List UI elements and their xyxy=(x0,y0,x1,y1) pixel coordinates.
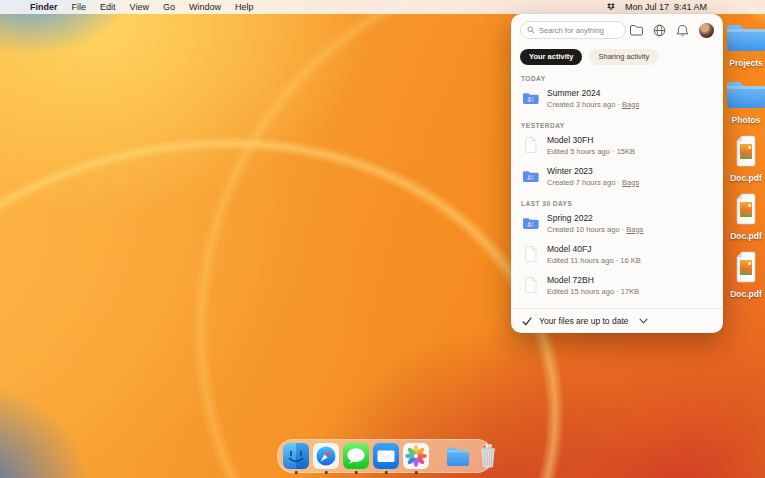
globe-icon[interactable] xyxy=(653,24,666,37)
file-title: Model 72BH xyxy=(547,275,639,285)
running-indicator xyxy=(355,471,358,474)
desktop: Finder File Edit View Go Window Help xyxy=(0,0,765,478)
search-bar[interactable] xyxy=(520,21,626,39)
file-title: Model 30FH xyxy=(547,135,635,145)
file-meta: Created 10 hours ago · Bags xyxy=(547,225,643,234)
sync-status-text: Your files are up to date xyxy=(539,316,628,326)
checkmark-icon xyxy=(522,317,532,326)
file-meta: Created 3 hours ago · Bags xyxy=(547,100,639,109)
dock-trash[interactable] xyxy=(475,443,501,469)
shared-folder-icon xyxy=(521,170,539,183)
meta-text: Created 3 hours ago · xyxy=(547,100,622,109)
meta-text: Edited 11 hours ago · 16 KB xyxy=(547,256,641,265)
section-header-today: TODAY xyxy=(511,67,723,83)
desktop-pdf-2[interactable]: Doc.pdf xyxy=(721,193,765,241)
dock-folder[interactable] xyxy=(445,443,471,469)
file-title: Summer 2024 xyxy=(547,88,639,98)
search-icon xyxy=(527,26,535,34)
menu-go[interactable]: Go xyxy=(163,2,175,12)
desktop-pdf-1[interactable]: Doc.pdf xyxy=(721,135,765,183)
meta-link[interactable]: Bags xyxy=(622,178,639,187)
meta-text: Edited 5 hours ago · 15KB xyxy=(547,147,635,156)
menu-finder[interactable]: Finder xyxy=(30,2,58,12)
menubar-clock[interactable]: Mon Jul 17 9:41 AM xyxy=(625,2,707,12)
meta-text: Edited 15 hours ago · 17KB xyxy=(547,287,639,296)
running-indicator xyxy=(295,471,298,474)
sync-status-bar[interactable]: Your files are up to date xyxy=(511,308,723,333)
section-header-last-30-days: LAST 30 DAYS xyxy=(511,192,723,208)
file-title: Model 40FJ xyxy=(547,244,641,254)
file-meta: Edited 15 hours ago · 17KB xyxy=(547,287,639,296)
desktop-icon-column: Projects Photos xyxy=(721,21,765,299)
pdf-document-icon xyxy=(733,193,759,229)
desktop-pdf-3[interactable]: Doc.pdf xyxy=(721,251,765,299)
menu-view[interactable]: View xyxy=(130,2,149,12)
dock-mail[interactable] xyxy=(373,443,399,469)
menu-file[interactable]: File xyxy=(72,2,87,12)
dropbox-tray-icon[interactable] xyxy=(606,3,616,12)
folder-icon xyxy=(725,21,765,56)
dock xyxy=(277,439,493,473)
file-icon xyxy=(521,137,539,153)
menu-edit[interactable]: Edit xyxy=(100,2,116,12)
dock-safari[interactable] xyxy=(313,443,339,469)
pdf-document-icon xyxy=(733,251,759,287)
pdf-document-icon xyxy=(733,135,759,171)
menubar-time: 9:41 AM xyxy=(674,2,707,12)
bell-icon[interactable] xyxy=(676,24,689,37)
search-input[interactable] xyxy=(539,26,621,35)
desktop-icon-label: Photos xyxy=(732,115,761,125)
running-indicator xyxy=(325,471,328,474)
meta-link[interactable]: Bags xyxy=(626,225,643,234)
activity-row-model-72bh[interactable]: Model 72BH Edited 15 hours ago · 17KB xyxy=(511,270,723,301)
activity-row-model-40fj[interactable]: Model 40FJ Edited 11 hours ago · 16 KB xyxy=(511,239,723,270)
running-indicator xyxy=(385,471,388,474)
desktop-folder-projects[interactable]: Projects xyxy=(721,21,765,68)
dock-photos[interactable] xyxy=(403,443,429,469)
activity-row-winter-2023[interactable]: Winter 2023 Created 7 hours ago · Bags xyxy=(511,161,723,192)
shared-folder-icon xyxy=(521,217,539,230)
file-meta: Edited 11 hours ago · 16 KB xyxy=(547,256,641,265)
chevron-down-icon[interactable] xyxy=(639,318,648,324)
activity-row-summer-2024[interactable]: Summer 2024 Created 3 hours ago · Bags xyxy=(511,83,723,114)
meta-text: Created 7 hours ago · xyxy=(547,178,622,187)
folder-icon[interactable] xyxy=(630,24,643,36)
folder-icon xyxy=(725,78,765,113)
avatar[interactable] xyxy=(699,23,714,38)
file-meta: Created 7 hours ago · Bags xyxy=(547,178,639,187)
section-header-yesterday: YESTERDAY xyxy=(511,114,723,130)
running-indicator xyxy=(415,471,418,474)
dropbox-panel: Your activity Sharing activity TODAY Sum… xyxy=(511,14,723,333)
tab-sharing-activity[interactable]: Sharing activity xyxy=(589,49,658,65)
meta-text: Created 10 hours ago · xyxy=(547,225,626,234)
shared-folder-icon xyxy=(521,92,539,105)
dock-finder[interactable] xyxy=(283,443,309,469)
file-icon xyxy=(521,277,539,293)
file-icon xyxy=(521,246,539,262)
desktop-icon-label: Doc.pdf xyxy=(730,231,762,241)
menu-help[interactable]: Help xyxy=(235,2,254,12)
file-meta: Edited 5 hours ago · 15KB xyxy=(547,147,635,156)
file-title: Spring 2022 xyxy=(547,213,643,223)
menu-window[interactable]: Window xyxy=(189,2,221,12)
menubar-date: Mon Jul 17 xyxy=(625,2,669,12)
file-title: Winter 2023 xyxy=(547,166,639,176)
desktop-folder-photos[interactable]: Photos xyxy=(721,78,765,125)
tab-your-activity[interactable]: Your activity xyxy=(520,49,582,65)
activity-tabs: Your activity Sharing activity xyxy=(511,43,723,67)
desktop-icon-label: Doc.pdf xyxy=(730,173,762,183)
menu-bar: Finder File Edit View Go Window Help xyxy=(0,0,765,14)
meta-link[interactable]: Bags xyxy=(622,100,639,109)
activity-row-model-30fh[interactable]: Model 30FH Edited 5 hours ago · 15KB xyxy=(511,130,723,161)
panel-header xyxy=(511,14,723,43)
dock-messages[interactable] xyxy=(343,443,369,469)
desktop-icon-label: Doc.pdf xyxy=(730,289,762,299)
activity-row-spring-2022[interactable]: Spring 2022 Created 10 hours ago · Bags xyxy=(511,208,723,239)
desktop-icon-label: Projects xyxy=(729,58,763,68)
